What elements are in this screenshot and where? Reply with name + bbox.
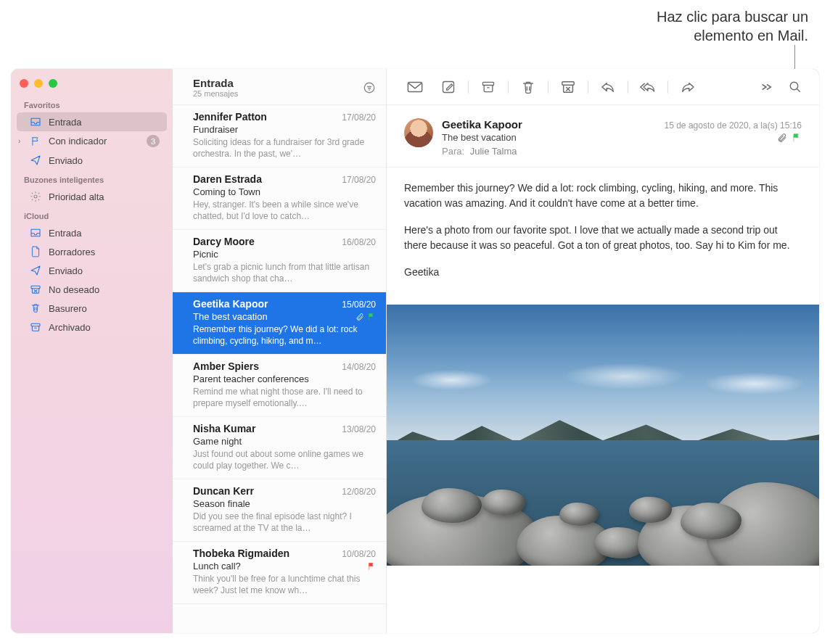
message-list[interactable]: Jennifer Patton 17/08/20 Fundraiser Soli… xyxy=(173,105,386,633)
svg-rect-2 xyxy=(31,323,40,326)
junk-icon xyxy=(30,284,41,295)
toolbar-separator xyxy=(468,80,469,94)
message-sender: Amber Spiers xyxy=(193,360,259,372)
sidebar-section-label: Buzones inteligentes xyxy=(11,170,173,187)
flag-icon xyxy=(367,313,376,321)
attachment-icon xyxy=(356,313,364,321)
fullscreen-window-button[interactable] xyxy=(49,79,57,88)
message-list-item[interactable]: Darcy Moore 16/08/20 Picnic Let's grab a… xyxy=(173,230,386,292)
sidebar-item-label: Enviado xyxy=(49,155,83,166)
more-toolbar-button[interactable] xyxy=(751,76,781,98)
message-list-item[interactable]: Geetika Kapoor 15/08/20 The best vacatio… xyxy=(173,292,386,355)
message-list-item[interactable]: Duncan Kerr 12/08/20 Season finale Did y… xyxy=(173,479,386,542)
sidebar-section-label: Favoritos xyxy=(11,95,173,112)
sidebar: FavoritosEntrada›Con indicador3EnviadoBu… xyxy=(11,69,173,633)
draft-icon xyxy=(30,246,41,257)
flag-icon xyxy=(792,133,802,143)
flag-icon xyxy=(30,136,41,147)
sidebar-section-label: iCloud xyxy=(11,206,173,223)
message-view: Geetika Kapoor 15 de agosto de 2020, a l… xyxy=(387,105,819,633)
sidebar-item-label: Entrada xyxy=(49,117,82,128)
sidebar-item-prioridad-alta[interactable]: Prioridad alta xyxy=(17,187,167,206)
sidebar-item-entrada[interactable]: Entrada xyxy=(17,112,167,131)
forward-button[interactable] xyxy=(673,76,703,98)
message-date: 14/08/20 xyxy=(342,362,376,372)
message-date: 15 de agosto de 2020, a la(s) 15:16 xyxy=(665,120,802,131)
message-preview: Did you see the final episode last night… xyxy=(193,511,376,534)
toolbar xyxy=(387,69,819,105)
toolbar-separator xyxy=(548,80,548,94)
message-subject: Season finale xyxy=(193,498,250,509)
message-body-paragraph: Remember this journey? We did a lot: roc… xyxy=(404,181,802,211)
delete-button[interactable] xyxy=(513,76,543,98)
chevron-right-icon[interactable]: › xyxy=(18,137,20,145)
message-attachment-image[interactable] xyxy=(387,305,819,566)
message-list-item[interactable]: Thobeka Rigmaiden 10/08/20 Lunch call? T… xyxy=(173,542,386,604)
junk-button[interactable] xyxy=(553,76,583,98)
sidebar-item-entrada[interactable]: Entrada xyxy=(17,223,167,242)
sidebar-item-label: Prioridad alta xyxy=(49,191,104,202)
compose-button[interactable] xyxy=(433,76,464,98)
search-button[interactable] xyxy=(784,76,806,98)
callout-line2: elemento en Mail. xyxy=(694,28,808,44)
message-list-pane: Entrada 25 mensajes Jennifer Patton 17/0… xyxy=(173,69,387,633)
sent-icon xyxy=(30,154,41,166)
message-subject: Parent teacher conferences xyxy=(193,373,309,384)
attachment-icon xyxy=(777,133,787,143)
callout-line1: Haz clic para buscar un xyxy=(657,9,808,25)
mailbox-title: Entrada xyxy=(193,77,363,89)
message-list-item[interactable]: Amber Spiers 14/08/20 Parent teacher con… xyxy=(173,355,386,417)
unread-badge: 3 xyxy=(147,135,160,147)
trash-icon xyxy=(30,302,41,314)
message-subject: Fundraiser xyxy=(193,124,238,135)
message-sender: Nisha Kumar xyxy=(193,423,255,434)
message-from: Geetika Kapoor xyxy=(442,118,522,131)
toolbar-separator xyxy=(508,80,509,94)
message-preview: Just found out about some online games w… xyxy=(193,448,376,471)
sidebar-item-borradores[interactable]: Borradores xyxy=(17,242,167,261)
message-preview: Soliciting ideas for a fundraiser for 3r… xyxy=(193,136,376,160)
message-preview: Remember this journey? We did a lot: roc… xyxy=(193,323,376,347)
content-pane: Geetika Kapoor 15 de agosto de 2020, a l… xyxy=(387,69,819,633)
archive-button[interactable] xyxy=(473,76,504,98)
message-subject: Picnic xyxy=(193,249,218,260)
message-subject: Game night xyxy=(193,436,242,447)
to-label: Para: xyxy=(442,146,464,157)
message-body: Remember this journey? We did a lot: roc… xyxy=(387,168,819,305)
close-window-button[interactable] xyxy=(20,79,28,88)
message-subject: The best vacation xyxy=(193,311,268,322)
message-date: 17/08/20 xyxy=(342,175,376,185)
message-list-item[interactable]: Daren Estrada 17/08/20 Coming to Town He… xyxy=(173,168,386,230)
sidebar-item-enviado[interactable]: Enviado xyxy=(17,261,167,280)
message-sender: Jennifer Patton xyxy=(193,111,267,123)
message-to-row: Para: Julie Talma xyxy=(442,146,802,157)
filter-button[interactable] xyxy=(363,81,376,94)
sender-avatar[interactable] xyxy=(404,118,433,147)
sidebar-item-label: Basurero xyxy=(49,303,87,314)
mail-window: FavoritosEntrada›Con indicador3EnviadoBu… xyxy=(11,69,819,633)
inbox-icon xyxy=(30,116,41,128)
sidebar-item-label: Archivado xyxy=(49,322,91,333)
sidebar-item-basurero[interactable]: Basurero xyxy=(17,299,167,318)
callout-search-hint: Haz clic para buscar un elemento en Mail… xyxy=(657,7,808,45)
message-list-item[interactable]: Nisha Kumar 13/08/20 Game night Just fou… xyxy=(173,417,386,479)
sent-icon xyxy=(30,265,41,276)
reply-all-button[interactable] xyxy=(633,76,663,98)
sidebar-item-no-deseado[interactable]: No deseado xyxy=(17,280,167,299)
message-sender: Daren Estrada xyxy=(193,173,262,185)
svg-point-3 xyxy=(364,83,374,93)
sidebar-item-con-indicador[interactable]: ›Con indicador3 xyxy=(17,131,167,151)
message-list-item[interactable]: Jennifer Patton 17/08/20 Fundraiser Soli… xyxy=(173,105,386,168)
minimize-window-button[interactable] xyxy=(34,79,43,88)
reply-button[interactable] xyxy=(593,76,623,98)
sidebar-item-archivado[interactable]: Archivado xyxy=(17,318,167,337)
message-body-paragraph: Here's a photo from our favorite spot. I… xyxy=(404,223,802,253)
mark-unread-button[interactable] xyxy=(400,76,430,98)
svg-rect-7 xyxy=(562,81,574,85)
sidebar-item-enviado[interactable]: Enviado xyxy=(17,151,167,170)
inbox-icon xyxy=(30,227,41,239)
svg-rect-1 xyxy=(31,286,40,288)
sidebar-item-label: Entrada xyxy=(49,228,82,239)
message-header: Geetika Kapoor 15 de agosto de 2020, a l… xyxy=(387,105,819,168)
message-date: 15/08/20 xyxy=(342,300,376,310)
